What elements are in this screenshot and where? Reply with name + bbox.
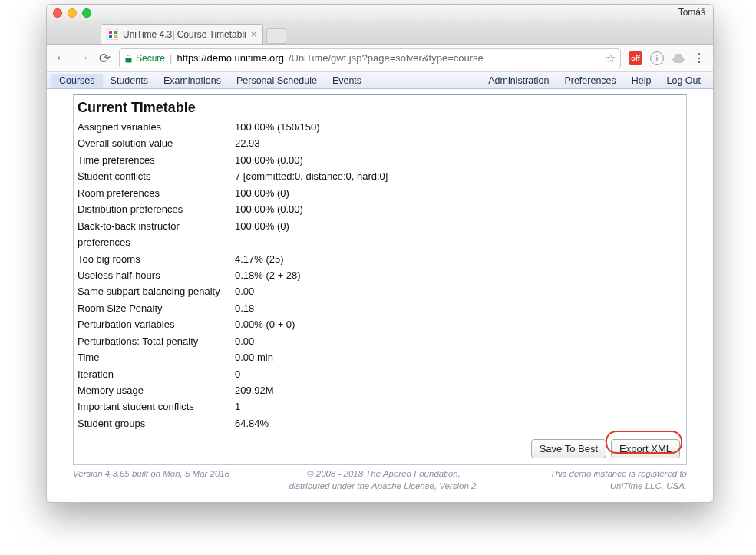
stat-value: 0.00 xyxy=(235,333,682,349)
menu-item-help[interactable]: Help xyxy=(624,74,659,88)
stat-value: 4.17% (25) xyxy=(235,251,682,267)
stat-label: Important student conflicts xyxy=(78,398,235,415)
menu-item-personal-schedule[interactable]: Personal Schedule xyxy=(229,74,325,88)
stat-value: 0 xyxy=(235,366,682,382)
stat-row: Student groups64.84% xyxy=(78,415,682,431)
menu-item-courses[interactable]: Courses xyxy=(51,74,103,88)
stat-label: Perturbations: Total penalty xyxy=(78,333,235,349)
stat-label: Room Size Penalty xyxy=(78,300,235,316)
stat-label: Room preferences xyxy=(78,185,235,201)
stat-label: Student groups xyxy=(78,415,235,431)
url-host: https://demo.unitime.org xyxy=(177,52,283,64)
stat-row: Iteration0 xyxy=(78,366,682,382)
page-content: CoursesStudentsExaminationsPersonal Sche… xyxy=(47,72,713,502)
browser-toolbar: ← → ⟳ Secure | https://demo.unitime.org/… xyxy=(47,45,713,72)
extension-off-icon[interactable]: off xyxy=(629,51,642,65)
stat-row: Overall solution value22.93 xyxy=(78,135,682,151)
new-tab-button[interactable] xyxy=(266,28,286,44)
favicon-icon xyxy=(107,29,118,40)
window-controls xyxy=(53,8,91,18)
stat-label: Time xyxy=(78,349,235,365)
url-path: /UniTime/gwt.jsp?page=solver&type=course xyxy=(289,52,484,64)
svg-rect-1 xyxy=(109,31,112,34)
stat-label: Useless half-hours xyxy=(78,267,235,283)
stat-value: 22.93 xyxy=(235,135,682,151)
stat-label: Same subpart balancing penalty xyxy=(78,283,235,299)
stat-value: 209.92M xyxy=(235,382,682,398)
stat-value: 0.00 xyxy=(235,283,682,299)
footer-copyright: © 2008 - 2018 The Apereo Foundation, dis… xyxy=(242,468,526,492)
zoom-window-button[interactable] xyxy=(82,8,91,18)
close-tab-icon[interactable]: × xyxy=(251,28,257,40)
stat-value: 100.00% (150/150) xyxy=(235,119,682,135)
stat-value: 100.00% (0) xyxy=(235,218,682,251)
stat-row: Distribution preferences100.00% (0.00) xyxy=(78,201,682,217)
stat-row: Back-to-back instructor preferences100.0… xyxy=(78,218,682,251)
stat-label: Perturbation variables xyxy=(78,316,235,332)
menu-item-log-out[interactable]: Log Out xyxy=(659,74,708,88)
minimize-window-button[interactable] xyxy=(68,8,77,18)
stat-label: Iteration xyxy=(78,366,235,382)
browser-menu-icon[interactable]: ⋮ xyxy=(693,51,705,65)
menu-item-students[interactable]: Students xyxy=(103,74,156,88)
stats-table: Assigned variables100.00% (150/150)Overa… xyxy=(74,119,686,434)
extension-info-icon[interactable]: i xyxy=(650,51,664,65)
stat-row: Room Size Penalty0.18 xyxy=(78,300,682,316)
app-menu-bar: CoursesStudentsExaminationsPersonal Sche… xyxy=(47,72,713,89)
profile-name[interactable]: Tomáš xyxy=(678,7,705,18)
stat-label: Too big rooms xyxy=(78,251,235,267)
stat-value: 100.00% (0.00) xyxy=(235,152,682,168)
menu-item-examinations[interactable]: Examinations xyxy=(156,74,229,88)
stat-value: 0.00 min xyxy=(235,349,682,365)
stat-row: Important student conflicts1 xyxy=(78,398,682,415)
stat-label: Memory usage xyxy=(78,382,235,398)
secure-label: Secure xyxy=(136,53,165,64)
stat-value: 7 [committed:0, distance:0, hard:0] xyxy=(235,168,682,184)
secure-indicator[interactable]: Secure xyxy=(124,53,165,64)
menu-item-administration[interactable]: Administration xyxy=(480,74,556,88)
svg-rect-2 xyxy=(114,31,117,34)
stat-label: Back-to-back instructor preferences xyxy=(78,218,235,251)
menu-item-events[interactable]: Events xyxy=(325,74,369,88)
stat-row: Room preferences100.00% (0) xyxy=(78,185,682,201)
stat-value: 0.18 xyxy=(235,300,682,316)
stat-value: 0.00% (0 + 0) xyxy=(235,316,682,332)
browser-tab[interactable]: UniTime 4.3| Course Timetabli × xyxy=(101,24,263,44)
stat-label: Distribution preferences xyxy=(78,201,235,217)
panel-button-row: Save To Best Export XML xyxy=(74,434,686,464)
back-button[interactable]: ← xyxy=(54,51,68,65)
page-footer: Version 4.3.65 built on Mon, 5 Mar 2018 … xyxy=(73,468,687,492)
stat-row: Student conflicts7 [committed:0, distanc… xyxy=(78,168,682,184)
lock-icon xyxy=(124,54,133,63)
stat-label: Overall solution value xyxy=(78,135,235,151)
export-xml-button[interactable]: Export XML xyxy=(611,439,680,458)
address-bar[interactable]: Secure | https://demo.unitime.org/UniTim… xyxy=(119,48,621,68)
menu-item-preferences[interactable]: Preferences xyxy=(556,74,623,88)
save-to-best-button[interactable]: Save To Best xyxy=(531,439,606,458)
stat-value: 1 xyxy=(235,398,682,415)
stat-label: Assigned variables xyxy=(78,119,235,135)
stat-row: Perturbation variables0.00% (0 + 0) xyxy=(78,316,682,332)
stat-row: Memory usage209.92M xyxy=(78,382,682,398)
tab-title: UniTime 4.3| Course Timetabli xyxy=(123,29,246,40)
stat-row: Time0.00 min xyxy=(78,349,682,365)
stat-value: 100.00% (0.00) xyxy=(235,201,682,217)
extension-drive-icon[interactable] xyxy=(672,51,685,65)
forward-button: → xyxy=(76,51,90,65)
stat-value: 100.00% (0) xyxy=(235,185,682,201)
browser-window: Tomáš UniTime 4.3| Course Timetabli × ← … xyxy=(46,4,714,503)
svg-rect-3 xyxy=(109,35,112,38)
svg-rect-4 xyxy=(114,35,117,38)
panel-title: Current Timetable xyxy=(74,95,686,119)
stat-label: Student conflicts xyxy=(78,168,235,184)
bookmark-star-icon[interactable]: ☆ xyxy=(606,51,616,65)
close-window-button[interactable] xyxy=(53,8,62,18)
stat-row: Time preferences100.00% (0.00) xyxy=(78,152,682,168)
titlebar: Tomáš xyxy=(47,5,713,21)
stat-row: Useless half-hours0.18% (2 + 28) xyxy=(78,267,682,283)
reload-button[interactable]: ⟳ xyxy=(97,51,111,65)
footer-version: Version 4.3.65 built on Mon, 5 Mar 2018 xyxy=(73,468,242,492)
stat-value: 0.18% (2 + 28) xyxy=(235,267,682,283)
footer-registration: This demo instance is registered to UniT… xyxy=(526,468,687,492)
current-timetable-panel: Current Timetable Assigned variables100.… xyxy=(73,94,687,465)
